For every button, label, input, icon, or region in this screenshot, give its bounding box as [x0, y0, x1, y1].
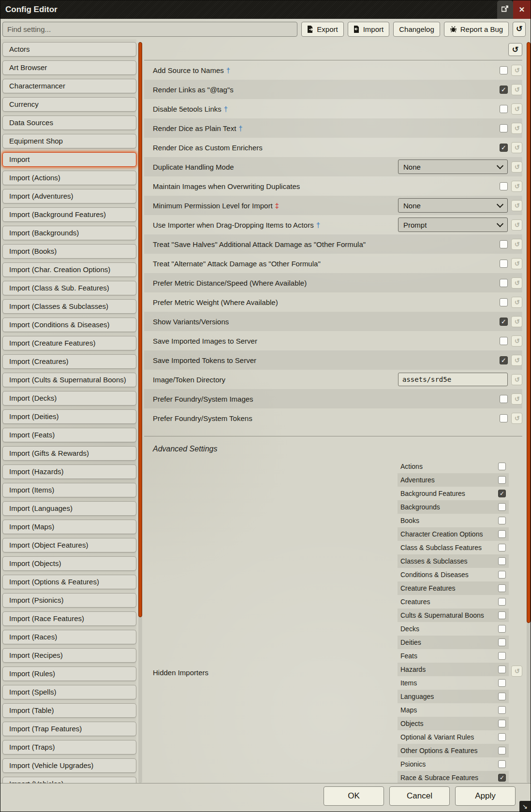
- reset-setting-button[interactable]: ↺: [511, 65, 522, 76]
- hidden-importer-checkbox[interactable]: [498, 598, 506, 606]
- reset-section-button[interactable]: ↺: [508, 43, 522, 56]
- ok-button[interactable]: OK: [324, 786, 384, 806]
- sidebar-item[interactable]: Import (Background Features): [2, 207, 136, 222]
- sidebar-scrollbar-thumb[interactable]: [138, 42, 142, 617]
- sidebar-item[interactable]: Import (Books): [2, 244, 136, 259]
- setting-select[interactable]: None: [398, 160, 508, 174]
- reset-setting-button[interactable]: ↺: [511, 181, 522, 192]
- setting-checkbox[interactable]: [500, 260, 508, 268]
- sidebar-item[interactable]: Import (Hazards): [2, 464, 136, 479]
- reset-setting-button[interactable]: ↺: [511, 219, 522, 231]
- hidden-importer-checkbox[interactable]: [498, 693, 506, 700]
- sidebar-item[interactable]: Import (Creature Features): [2, 336, 136, 350]
- setting-text-input[interactable]: assets/srd5e: [398, 373, 508, 386]
- setting-checkbox[interactable]: [500, 395, 508, 403]
- export-button[interactable]: Export: [301, 22, 343, 37]
- cancel-button[interactable]: Cancel: [389, 786, 450, 806]
- sidebar-item[interactable]: Import (Races): [2, 630, 136, 644]
- sidebar-item[interactable]: Import (Table): [2, 703, 136, 718]
- setting-checkbox[interactable]: [500, 124, 508, 132]
- sidebar-item[interactable]: Import (Traps): [2, 740, 136, 754]
- close-button[interactable]: ✕: [513, 0, 531, 19]
- sidebar-item[interactable]: Import (Actions): [2, 171, 136, 185]
- sidebar-item[interactable]: Charactermancer: [2, 79, 136, 93]
- sidebar-item[interactable]: Import (Decks): [2, 391, 136, 406]
- hidden-importer-checkbox[interactable]: [498, 557, 506, 565]
- hidden-importer-checkbox[interactable]: [498, 517, 506, 524]
- setting-checkbox[interactable]: [500, 182, 508, 190]
- hidden-importer-checkbox[interactable]: [498, 544, 506, 551]
- sidebar-item[interactable]: Data Sources: [2, 116, 136, 130]
- reset-setting-button[interactable]: ↺: [511, 142, 522, 153]
- reset-setting-button[interactable]: ↺: [511, 161, 522, 173]
- sidebar-item[interactable]: Import (Options & Features): [2, 575, 136, 589]
- sidebar-item[interactable]: Import (Backgrounds): [2, 226, 136, 240]
- changelog-button[interactable]: Changelog: [393, 22, 440, 37]
- sidebar-item[interactable]: Import (Vehicles): [2, 777, 136, 783]
- setting-checkbox[interactable]: [500, 240, 508, 248]
- sidebar-item[interactable]: Import (Vehicle Upgrades): [2, 758, 136, 773]
- reset-setting-button[interactable]: ↺: [511, 200, 522, 211]
- reset-search-button[interactable]: ↺: [513, 22, 526, 37]
- setting-checkbox[interactable]: [500, 298, 508, 306]
- hidden-importer-checkbox[interactable]: [498, 638, 506, 646]
- reset-setting-button[interactable]: ↺: [511, 413, 522, 424]
- hidden-importer-checkbox[interactable]: [498, 571, 506, 579]
- sidebar-item[interactable]: Import (Rules): [2, 667, 136, 681]
- hidden-importer-checkbox[interactable]: [498, 720, 506, 727]
- sidebar-item[interactable]: Import: [2, 152, 136, 167]
- setting-checkbox[interactable]: [500, 337, 508, 345]
- setting-select[interactable]: None: [398, 198, 508, 213]
- sidebar-item[interactable]: Import (Creatures): [2, 354, 136, 369]
- reset-setting-button[interactable]: ↺: [511, 297, 522, 308]
- hidden-importer-checkbox[interactable]: [498, 666, 506, 673]
- hidden-importer-checkbox[interactable]: [498, 476, 506, 484]
- sidebar-item[interactable]: Import (Psionics): [2, 593, 136, 608]
- hidden-importer-checkbox[interactable]: ✓: [498, 774, 506, 782]
- hidden-importer-checkbox[interactable]: [498, 733, 506, 741]
- setting-checkbox[interactable]: [500, 279, 508, 287]
- setting-checkbox[interactable]: ✓: [500, 318, 508, 326]
- settings-scrollbar-thumb[interactable]: [527, 42, 531, 623]
- hidden-importer-checkbox[interactable]: [498, 611, 506, 619]
- hidden-importer-checkbox[interactable]: [498, 530, 506, 538]
- sidebar-item[interactable]: Import (Maps): [2, 520, 136, 534]
- reset-hidden-importers-button[interactable]: ↺: [511, 666, 522, 677]
- setting-checkbox[interactable]: [500, 66, 508, 74]
- sidebar-item[interactable]: Import (Objects): [2, 556, 136, 571]
- reset-setting-button[interactable]: ↺: [511, 355, 522, 366]
- report-bug-button[interactable]: Report a Bug: [444, 22, 509, 37]
- reset-setting-button[interactable]: ↺: [511, 277, 522, 289]
- reset-setting-button[interactable]: ↺: [511, 84, 522, 95]
- hidden-importer-checkbox[interactable]: [498, 584, 506, 592]
- reset-setting-button[interactable]: ↺: [511, 374, 522, 385]
- apply-button[interactable]: Apply: [455, 786, 516, 806]
- sidebar-item[interactable]: Import (Object Features): [2, 538, 136, 552]
- hidden-importer-checkbox[interactable]: [498, 760, 506, 768]
- hidden-importer-checkbox[interactable]: [498, 652, 506, 660]
- sidebar-item[interactable]: Import (Languages): [2, 501, 136, 516]
- sidebar-item[interactable]: Import (Trap Features): [2, 722, 136, 736]
- setting-checkbox[interactable]: ✓: [500, 86, 508, 94]
- sidebar-item[interactable]: Import (Spells): [2, 685, 136, 699]
- hidden-importer-checkbox[interactable]: [498, 503, 506, 511]
- reset-setting-button[interactable]: ↺: [511, 393, 522, 405]
- sidebar-item[interactable]: Import (Deities): [2, 409, 136, 424]
- setting-checkbox[interactable]: [500, 105, 508, 113]
- reset-setting-button[interactable]: ↺: [511, 123, 522, 134]
- reset-setting-button[interactable]: ↺: [511, 258, 522, 269]
- sidebar-item[interactable]: Import (Char. Creation Options): [2, 262, 136, 277]
- setting-checkbox[interactable]: ✓: [500, 144, 508, 152]
- import-button[interactable]: Import: [348, 22, 390, 37]
- sidebar-item[interactable]: Art Browser: [2, 60, 136, 75]
- reset-setting-button[interactable]: ↺: [511, 316, 522, 327]
- sidebar-item[interactable]: Actors: [2, 42, 136, 57]
- sidebar-item[interactable]: Import (Adventures): [2, 189, 136, 203]
- sidebar-item[interactable]: Import (Feats): [2, 428, 136, 442]
- sidebar-item[interactable]: Import (Recipes): [2, 648, 136, 663]
- hidden-importer-checkbox[interactable]: [498, 625, 506, 633]
- setting-checkbox[interactable]: ✓: [500, 356, 508, 364]
- sidebar-item[interactable]: Import (Classes & Subclasses): [2, 299, 136, 314]
- reset-setting-button[interactable]: ↺: [511, 335, 522, 347]
- reset-setting-button[interactable]: ↺: [511, 103, 522, 115]
